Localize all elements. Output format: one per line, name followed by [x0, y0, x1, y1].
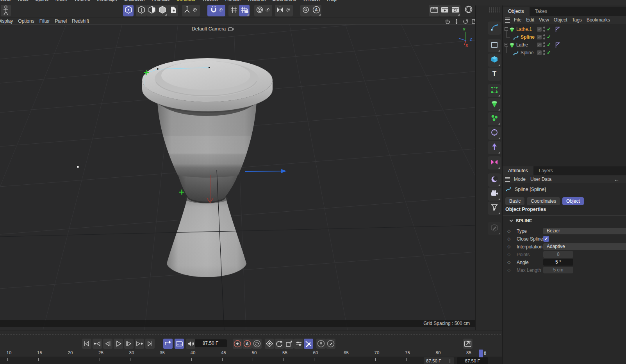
workplane-grid-button[interactable]: [228, 5, 239, 16]
viewport-menu-panel[interactable]: Panel: [55, 18, 67, 24]
visibility-dots[interactable]: [543, 34, 545, 41]
menu-tools[interactable]: Tools: [17, 0, 29, 2]
current-frame-field[interactable]: 87.50 F: [194, 339, 227, 347]
mode-hex-dot-button[interactable]: [123, 5, 134, 16]
viewport-menu-display[interactable]: Display: [0, 18, 13, 24]
spline-pen-tool[interactable]: [488, 21, 501, 35]
viewport-canvas[interactable]: [0, 25, 475, 330]
object-name-label[interactable]: Spline: [521, 50, 533, 55]
tree-row-spline-1[interactable]: Spline✓: [503, 33, 626, 41]
symmetry-tool[interactable]: [488, 156, 501, 170]
menu-help[interactable]: Help: [327, 0, 337, 2]
interactive-render-button[interactable]: [463, 5, 474, 16]
spline-group-header[interactable]: SPLINE: [509, 218, 532, 223]
solo-b-button[interactable]: [326, 339, 335, 349]
visibility-dots[interactable]: [543, 27, 545, 33]
key-diamond-icon[interactable]: ◇: [507, 252, 510, 257]
quantize-settings-button[interactable]: [254, 5, 272, 16]
render-toggle[interactable]: [537, 43, 542, 47]
enabled-check-icon[interactable]: ✓: [547, 42, 551, 48]
tab-objects[interactable]: Objects: [503, 7, 530, 16]
attr-field[interactable]: 5 °: [543, 259, 573, 266]
attr-tab-coordinates[interactable]: Coordinates: [527, 197, 560, 205]
tab-takes[interactable]: Takes: [530, 7, 553, 16]
edit-cage-tool[interactable]: [488, 84, 501, 97]
snap-settings-button[interactable]: [207, 5, 225, 16]
enabled-check-icon[interactable]: ✓: [547, 50, 551, 55]
tree-row-lathe-2[interactable]: Lathe✓: [503, 41, 626, 49]
solo-a-button[interactable]: [316, 339, 326, 349]
objects-menu-view[interactable]: View: [539, 17, 549, 23]
range-slider[interactable]: 87.50 F: [424, 357, 454, 364]
skip-start-button[interactable]: [82, 339, 91, 349]
workplane-lock-button[interactable]: [239, 5, 250, 16]
rec-key-button[interactable]: [233, 339, 242, 349]
menu-redshift[interactable]: Redshift: [248, 0, 266, 2]
next-frame-button[interactable]: [124, 339, 134, 349]
tree-row-lathe.1-0[interactable]: Lathe.1✓: [503, 25, 626, 33]
field-ring-tool[interactable]: [488, 127, 501, 140]
tab-layers[interactable]: Layers: [533, 166, 558, 175]
menu-select[interactable]: Select: [0, 0, 11, 2]
attr-dropdown[interactable]: Bezier: [543, 228, 626, 234]
objects-menu-edit[interactable]: Edit: [526, 17, 534, 23]
objects-menu-tags[interactable]: Tags: [572, 17, 582, 23]
visibility-dots[interactable]: [543, 42, 545, 48]
key-param-button[interactable]: [294, 339, 303, 349]
cloner-tool[interactable]: [488, 112, 501, 125]
prev-key-button[interactable]: [93, 339, 102, 349]
play-button[interactable]: [114, 339, 123, 349]
viewport-menu-filter[interactable]: Filter: [39, 18, 50, 24]
render-view-button[interactable]: [429, 5, 439, 16]
viewport-3d[interactable]: Default Camera Y Z X Grid Spacing : 500 …: [0, 25, 475, 330]
next-key-button[interactable]: [135, 339, 144, 349]
range-box-button[interactable]: [175, 339, 184, 349]
menu-render[interactable]: Render: [225, 0, 241, 2]
lathe-generator-tool[interactable]: [488, 98, 501, 111]
speaker-button[interactable]: [186, 339, 195, 349]
key-scale-button[interactable]: [284, 339, 294, 349]
key-diamond-icon[interactable]: ◇: [507, 268, 510, 273]
render-settings-button[interactable]: [450, 5, 460, 16]
text-tool[interactable]: T: [488, 68, 501, 81]
menu-mesh[interactable]: Mesh: [55, 0, 68, 2]
character-tool-button[interactable]: [1, 5, 11, 16]
stage-tool[interactable]: [488, 202, 501, 215]
objects-menu-file[interactable]: File: [514, 17, 521, 23]
key-pla-button[interactable]: [304, 339, 313, 349]
render-toggle[interactable]: [537, 50, 542, 55]
camera-label[interactable]: Default Camera: [168, 26, 258, 32]
attr-dropdown[interactable]: Adaptive: [543, 243, 626, 250]
key-rot-button[interactable]: [275, 339, 284, 349]
annotation-a-button[interactable]: A: [311, 5, 321, 16]
spline-rectangle-tool[interactable]: [488, 39, 501, 52]
object-name-label[interactable]: Lathe.1: [516, 27, 532, 32]
mode-hex-line-button[interactable]: [136, 5, 146, 16]
viewport-menu-options[interactable]: Options: [18, 18, 34, 24]
mode-hex-half-button[interactable]: [146, 5, 157, 16]
menu-mograph[interactable]: MoGraph: [97, 0, 117, 2]
objects-menu-object[interactable]: Object: [554, 17, 567, 23]
menu-animate[interactable]: Animate: [152, 0, 170, 2]
enabled-check-icon[interactable]: ✓: [547, 34, 551, 40]
prev-frame-button[interactable]: [103, 339, 112, 349]
menu-extensions[interactable]: Extensions: [272, 0, 296, 2]
material-pencil-tool[interactable]: [488, 222, 501, 235]
instance-tool[interactable]: [488, 141, 501, 154]
volume-tool[interactable]: [488, 173, 501, 187]
rec-auto-button[interactable]: A: [243, 339, 252, 349]
object-name-label[interactable]: Lathe: [516, 42, 528, 48]
key-diamond-icon[interactable]: ◇: [507, 260, 510, 265]
attributes-menu-user-data[interactable]: User Data: [530, 177, 551, 182]
history-back-icon[interactable]: ←: [614, 176, 619, 182]
range-end-field[interactable]: 87.50 F: [457, 357, 488, 364]
tl-expand-button[interactable]: [463, 339, 473, 349]
attr-tab-object[interactable]: Object: [562, 197, 584, 205]
skip-end-button[interactable]: [145, 339, 155, 349]
key-diamond-icon[interactable]: ◇: [507, 228, 510, 234]
attributes-menu-menu-icon[interactable]: [505, 177, 510, 182]
render-toggle[interactable]: [537, 27, 542, 32]
loop-button[interactable]: [163, 339, 173, 349]
camera-tool[interactable]: [488, 187, 501, 201]
attributes-menu-mode[interactable]: Mode: [514, 177, 526, 182]
